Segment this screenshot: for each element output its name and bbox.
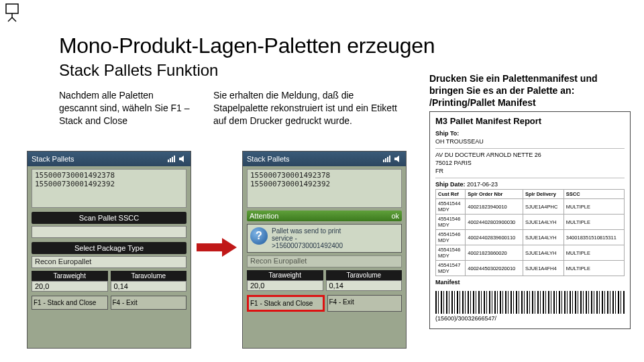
svg-marker-13	[394, 156, 399, 162]
svg-rect-9	[383, 160, 384, 162]
svg-rect-4	[168, 160, 169, 162]
sscc-list: 155000730001492378 155000730001492392	[247, 169, 402, 208]
table-row: 45541546 MDY40024402839600110SJUE1A4LYH3…	[436, 230, 625, 245]
taravolume-value: 0,14	[111, 281, 187, 292]
package-value: Recon Europallet	[247, 255, 402, 267]
print-instruction: Drucken Sie ein Palettenmanifest und bri…	[429, 72, 631, 109]
ship-addr: FR	[435, 168, 625, 176]
scan-input[interactable]	[32, 226, 186, 238]
f4-exit-button[interactable]: F4 - Exit	[111, 296, 187, 310]
taravolume-label: Taravolume	[111, 271, 187, 281]
ship-addr: AV DU DOCTEUR ARNOLD NETTE 26	[435, 152, 625, 160]
f4-exit-button[interactable]: F4 - Exit	[327, 295, 402, 312]
slide-title: Mono-Produkt-Lagen-Paletten erzeugen	[59, 34, 644, 58]
svg-rect-6	[172, 157, 173, 162]
signal-icon	[383, 156, 391, 162]
ship-addr: 75012 PARIS	[435, 160, 625, 168]
info-icon: ?	[250, 227, 268, 245]
taravolume-label: Taravolume	[326, 270, 402, 280]
svg-rect-5	[170, 158, 171, 162]
svg-line-3	[12, 17, 16, 21]
svg-rect-7	[174, 156, 175, 162]
table-header: Splr Delivery	[523, 190, 564, 199]
taraweight-label: Taraweight	[247, 270, 323, 280]
instruction-mid: Sie erhalten die Meldung, daß die Stapel…	[213, 89, 408, 127]
svg-marker-8	[179, 156, 184, 162]
ship-to-label: Ship To:	[435, 130, 625, 138]
ok-button[interactable]: ok	[391, 212, 399, 220]
table-header: Splr Order Nbr	[466, 190, 523, 199]
ship-date: Ship Date: 2017-06-23	[435, 181, 625, 189]
window-title: Stack Pallets	[247, 155, 290, 163]
table-row: 45541546 MDY40021823860020SJUE1A4LYHMULT…	[436, 245, 625, 261]
device-screenshot-before: Stack Pallets 155000730001492378 1550007…	[27, 151, 191, 349]
taraweight-value: 20,0	[247, 280, 323, 291]
projector-icon	[4, 3, 20, 23]
barcode-text: (15600)/30032666547/	[435, 315, 625, 322]
table-header: SSCC	[564, 190, 624, 199]
scan-pallet-button[interactable]: Scan Pallet SSCC	[32, 212, 186, 224]
f1-stack-close-button[interactable]: F1 - Stack and Close	[32, 296, 108, 310]
sscc-list: 155000730001492378 155000730001492392	[32, 169, 186, 208]
taraweight-label: Taraweight	[32, 271, 108, 281]
attention-bar: Attentionok	[247, 210, 402, 221]
pallet-manifest-report: M3 Pallet Manifest Report Ship To: OH TR…	[429, 111, 631, 329]
device-screenshot-after: Stack Pallets 155000730001492378 1550007…	[242, 151, 407, 349]
svg-line-2	[8, 17, 12, 21]
speaker-icon	[394, 156, 402, 162]
instruction-left: Nachdem alle Paletten gescannt sind, wäh…	[59, 89, 193, 127]
report-title: M3 Pallet Manifest Report	[435, 116, 625, 126]
table-row: 45541544 MDY40021823940010SJUE1A4PHCMULT…	[436, 199, 625, 215]
manifest-label: Manifest	[435, 279, 625, 287]
window-title: Stack Pallets	[32, 155, 74, 163]
speaker-icon	[178, 156, 186, 162]
message-box: ? Pallet was send to print service - >15…	[247, 224, 402, 253]
table-row: 45541547 MDY40024450302020010SJUE1A4FH4M…	[436, 261, 625, 276]
select-package-button[interactable]: Select Package Type	[32, 242, 186, 254]
svg-rect-10	[385, 158, 386, 162]
manifest-table: Cust RefSplr Order NbrSplr DeliverySSCC …	[435, 189, 625, 276]
signal-icon	[168, 156, 176, 162]
arrow-icon	[197, 238, 237, 257]
f1-stack-close-button[interactable]: F1 - Stack and Close	[247, 295, 325, 312]
table-header: Cust Ref	[436, 190, 466, 199]
taravolume-value: 0,14	[326, 280, 402, 291]
svg-rect-0	[6, 4, 18, 13]
taraweight-value: 20,0	[32, 281, 108, 292]
barcode	[435, 291, 625, 314]
svg-rect-12	[389, 156, 390, 162]
table-row: 45541546 MDY40024402803900030SJUE1A4LYHM…	[436, 215, 625, 230]
svg-rect-11	[387, 157, 388, 162]
package-value: Recon Europallet	[32, 256, 186, 268]
ship-addr: OH TROUSSEAU	[435, 138, 625, 146]
